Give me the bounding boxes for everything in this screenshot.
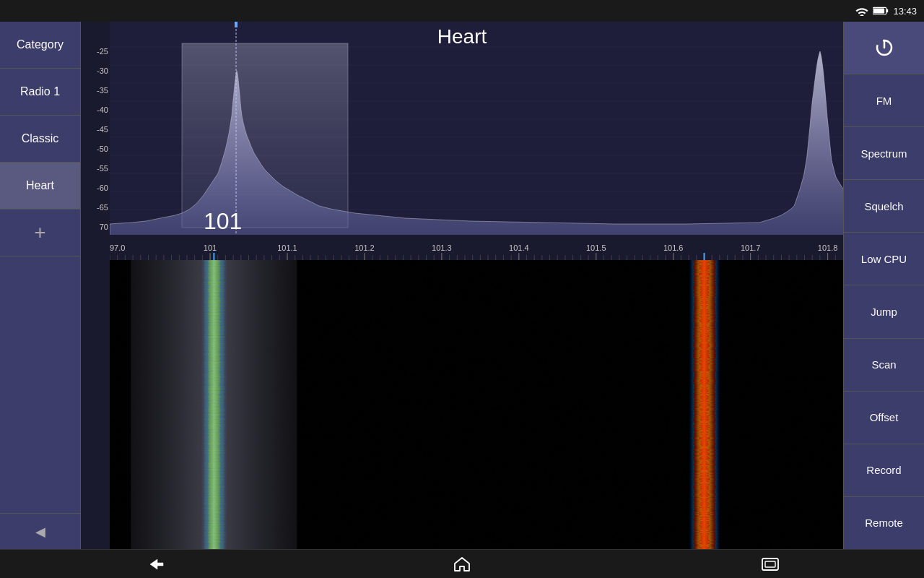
center-content: Heart -25 -30 -35 -40 -45 -50 -55 -60 -6… — [81, 22, 843, 549]
nav-recents-button[interactable] — [749, 553, 792, 575]
sidebar-item-classic[interactable]: Classic — [0, 116, 80, 163]
waterfall-display[interactable] — [110, 235, 843, 549]
status-icons: 13:43 — [855, 6, 917, 17]
record-button[interactable]: Record — [844, 444, 924, 497]
svg-rect-2 — [874, 8, 885, 13]
sidebar-item-radio1[interactable]: Radio 1 — [0, 69, 80, 116]
left-sidebar: Category Radio 1 Classic Heart + ◀ — [0, 22, 81, 549]
back-icon — [143, 557, 165, 571]
remote-button[interactable]: Remote — [844, 497, 924, 549]
jump-button[interactable]: Jump — [844, 285, 924, 338]
svg-rect-16 — [235, 22, 237, 27]
sidebar-spacer — [0, 256, 80, 513]
power-icon — [874, 38, 894, 58]
sidebar-item-heart[interactable]: Heart — [0, 163, 80, 210]
sidebar-nav-back[interactable]: ◀ — [0, 513, 80, 549]
right-sidebar: FM Spectrum Squelch Low CPU Jump Scan Of… — [843, 22, 924, 549]
squelch-button[interactable]: Squelch — [844, 180, 924, 233]
home-icon — [453, 556, 471, 572]
svg-rect-1 — [886, 9, 888, 13]
spectrum-display[interactable] — [110, 22, 843, 238]
spectrum-button[interactable]: Spectrum — [844, 127, 924, 180]
sidebar-item-category[interactable]: Category — [0, 22, 80, 69]
nav-back-button[interactable] — [132, 553, 175, 575]
offset-button[interactable]: Offset — [844, 392, 924, 444]
sidebar-add-button[interactable]: + — [0, 210, 80, 256]
main-layout: Category Radio 1 Classic Heart + ◀ Heart… — [0, 22, 924, 549]
battery-icon — [873, 7, 889, 15]
nav-home-button[interactable] — [440, 553, 484, 575]
svg-rect-20 — [765, 561, 775, 567]
power-button[interactable] — [844, 22, 924, 74]
wifi-icon — [855, 6, 868, 16]
scan-button[interactable]: Scan — [844, 339, 924, 392]
clock: 13:43 — [893, 6, 917, 17]
current-frequency: 101 — [204, 208, 242, 235]
nav-bar — [0, 549, 924, 578]
status-bar: 13:43 — [0, 0, 924, 22]
y-axis: -25 -30 -35 -40 -45 -50 -55 -60 -65 70 — [81, 22, 110, 238]
fm-button[interactable]: FM — [844, 74, 924, 127]
lowcpu-button[interactable]: Low CPU — [844, 233, 924, 285]
recents-icon — [761, 557, 780, 571]
